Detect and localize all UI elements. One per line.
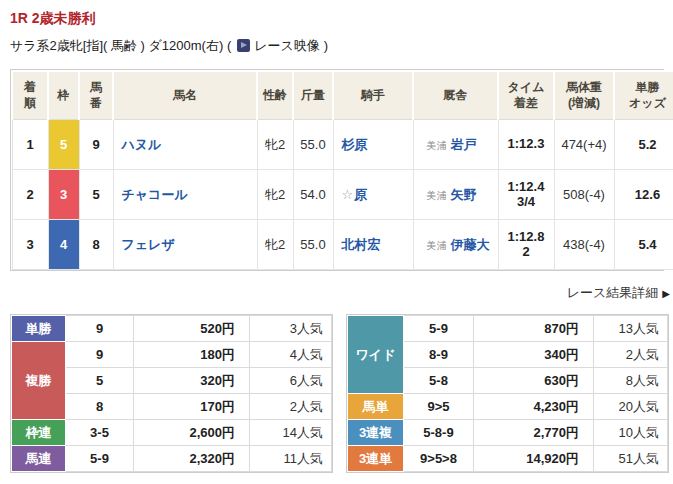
column-header-sex-age: 性齢: [257, 71, 293, 120]
payout-popularity: 4人気: [250, 342, 332, 368]
finish-time: 1:12.4: [499, 180, 554, 195]
column-header-finish: 着順: [12, 71, 48, 120]
column-header-weight: 斤量: [293, 71, 333, 120]
jockey-link[interactable]: 北村宏: [342, 237, 381, 252]
bet-type-sanrentan: 3連単: [348, 446, 404, 472]
payout-row: 単勝9520円3人気: [12, 316, 332, 342]
stable-cell: 美浦岩戸: [413, 120, 498, 170]
play-icon: [241, 42, 247, 48]
jockey-link[interactable]: 杉原: [342, 137, 368, 152]
bet-type-wide: ワイド: [348, 316, 404, 394]
trainer-link[interactable]: 矢野: [451, 187, 477, 202]
payout-combination: 9>5>8: [404, 446, 474, 472]
payout-combination: 3-5: [66, 420, 134, 446]
bet-type-fukusho: 複勝: [12, 342, 66, 420]
payout-amount: 180円: [134, 342, 250, 368]
payout-table-left: 単勝9520円3人気複勝9180円4人気5320円6人気8170円2人気枠連3-…: [10, 314, 333, 473]
bet-type-wakuren: 枠連: [12, 420, 66, 446]
stable-cell: 美浦矢野: [413, 170, 498, 220]
column-header-win-odds: 単勝オッズ: [614, 71, 673, 120]
payout-amount: 170円: [134, 394, 250, 420]
stable-region: 美浦: [427, 190, 447, 201]
results-header-row: 着順枠馬番馬名性齢斤量騎手厩舎タイム着差馬体重(増減)単勝オッズ人気: [12, 71, 673, 120]
payout-section: 単勝9520円3人気複勝9180円4人気5320円6人気8170円2人気枠連3-…: [10, 314, 665, 473]
time-margin-cell: 1:12.3: [498, 120, 554, 170]
horse-number: 8: [79, 220, 113, 270]
column-header-horse-name: 馬名: [113, 71, 257, 120]
frame-number: 4: [48, 220, 79, 270]
race-video-icon[interactable]: [237, 39, 250, 52]
payout-popularity: 10人気: [594, 420, 668, 446]
stable-region: 美浦: [427, 140, 447, 151]
trainer-link[interactable]: 伊藤大: [451, 237, 490, 252]
carried-weight: 55.0: [293, 220, 333, 270]
payout-amount: 4,230円: [474, 394, 594, 420]
payout-row: ワイド5-9870円13人気: [348, 316, 668, 342]
payout-combination: 9>5: [404, 394, 474, 420]
column-header-horse-number: 馬番: [79, 71, 113, 120]
payout-combination: 9: [66, 316, 134, 342]
finish-time: 1:12.3: [499, 137, 554, 152]
stable-region: 美浦: [427, 240, 447, 251]
trainer-link[interactable]: 岩戸: [451, 137, 477, 152]
payout-popularity: 2人気: [594, 342, 668, 368]
payout-popularity: 20人気: [594, 394, 668, 420]
apprentice-mark: ☆: [342, 187, 354, 202]
payout-popularity: 11人気: [250, 446, 332, 472]
payout-popularity: 8人気: [594, 368, 668, 394]
column-header-stable: 厩舎: [413, 71, 498, 120]
horse-name-cell: フェレザ: [113, 220, 257, 270]
payout-amount: 2,770円: [474, 420, 594, 446]
jockey-link[interactable]: 原: [354, 187, 367, 202]
finish-position: 1: [12, 120, 48, 170]
payout-amount: 870円: [474, 316, 594, 342]
horse-name-link[interactable]: チャコール: [122, 187, 188, 202]
payout-amount: 340円: [474, 342, 594, 368]
payout-row: 複勝9180円4人気: [12, 342, 332, 368]
payout-popularity: 3人気: [250, 316, 332, 342]
payout-popularity: 2人気: [250, 394, 332, 420]
payout-row: 3連単9>5>814,920円51人気: [348, 446, 668, 472]
payout-combination: 5-9: [404, 316, 474, 342]
sex-age: 牝2: [257, 120, 293, 170]
result-row: 348フェレザ牝255.0北村宏美浦伊藤大1:12.82438(-4)5.44: [12, 220, 673, 270]
payout-popularity: 13人気: [594, 316, 668, 342]
payout-popularity: 51人気: [594, 446, 668, 472]
bet-type-sanrenpuku: 3連複: [348, 420, 404, 446]
payout-row: 馬連5-92,320円11人気: [12, 446, 332, 472]
race-video-link[interactable]: レース映像: [254, 38, 320, 53]
bet-type-tansho: 単勝: [12, 316, 66, 342]
sex-age: 牝2: [257, 220, 293, 270]
payout-amount: 2,320円: [134, 446, 250, 472]
margin: 3/4: [499, 195, 554, 210]
sex-age: 牝2: [257, 170, 293, 220]
finish-position: 3: [12, 220, 48, 270]
race-conditions-close: ): [324, 38, 328, 53]
payout-amount: 320円: [134, 368, 250, 394]
stable-cell: 美浦伊藤大: [413, 220, 498, 270]
win-odds: 12.6: [614, 170, 673, 220]
finish-time: 1:12.8: [499, 230, 554, 245]
race-result-detail-label: レース結果詳細: [567, 285, 659, 300]
horse-name-cell: チャコール: [113, 170, 257, 220]
horse-number: 5: [79, 170, 113, 220]
margin: 2: [499, 245, 554, 260]
result-row: 159ハヌル牝255.0杉原美浦岩戸1:12.3474(+4)5.23: [12, 120, 673, 170]
race-conditions: サラ系2歳牝[指]( 馬齢 ) ダ1200m(右) (レース映像): [10, 37, 665, 55]
win-odds: 5.2: [614, 120, 673, 170]
payout-popularity: 6人気: [250, 368, 332, 394]
carried-weight: 54.0: [293, 170, 333, 220]
payout-combination: 5-9: [66, 446, 134, 472]
column-header-jockey: 騎手: [333, 71, 413, 120]
win-odds: 5.4: [614, 220, 673, 270]
horse-weight: 438(-4): [554, 220, 614, 270]
horse-name-link[interactable]: ハヌル: [122, 137, 162, 152]
frame-number: 3: [48, 170, 79, 220]
column-header-horse-weight: 馬体重(増減): [554, 71, 614, 120]
time-margin-cell: 1:12.82: [498, 220, 554, 270]
horse-name-link[interactable]: フェレザ: [122, 237, 175, 252]
race-result-detail-link[interactable]: レース結果詳細▶: [567, 285, 670, 300]
payout-combination: 8-9: [404, 342, 474, 368]
payout-table-right: ワイド5-9870円13人気8-9340円2人気5-8630円8人気馬単9>54…: [346, 314, 669, 473]
result-row: 235チャコール牝254.0☆原美浦矢野1:12.43/4508(-4)12.6…: [12, 170, 673, 220]
